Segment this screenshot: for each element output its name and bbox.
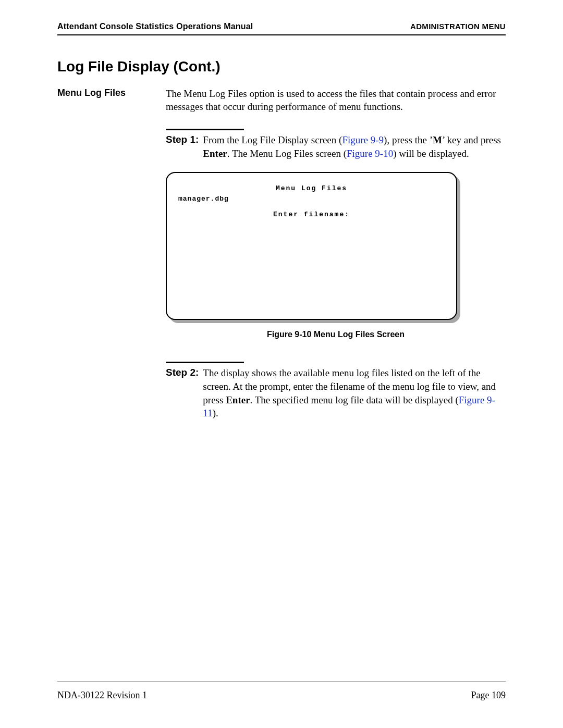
step-divider — [166, 362, 244, 363]
step-2-label: Step 2: — [166, 366, 199, 379]
step-2: Step 2: The display shows the available … — [166, 366, 506, 420]
document-page: Attendant Console Statistics Operations … — [0, 0, 563, 728]
header-right: ADMINISTRATION MENU — [410, 22, 506, 31]
page-footer: NDA-30122 Revision 1 Page 109 — [57, 690, 506, 701]
running-header: Attendant Console Statistics Operations … — [57, 22, 506, 35]
step-divider — [166, 129, 244, 130]
step-2-text: The display shows the available menu log… — [203, 366, 506, 420]
terminal-screen: Menu Log Files manager.dbg Enter filenam… — [166, 172, 457, 320]
terminal-prompt: Enter filename: — [167, 211, 456, 219]
body-column: The Menu Log Files option is used to acc… — [166, 88, 506, 420]
terminal-title: Menu Log Files — [167, 184, 456, 193]
intro-paragraph: The Menu Log Files option is used to acc… — [166, 88, 506, 113]
content-area: Menu Log Files The Menu Log Files option… — [57, 88, 506, 420]
key-enter: Enter — [226, 394, 250, 405]
terminal-listed-file: manager.dbg — [178, 195, 229, 204]
text-segment: ) will be displayed. — [393, 148, 469, 159]
text-segment: ), press the ’ — [384, 134, 433, 145]
text-segment: From the Log File Display screen ( — [203, 134, 342, 145]
step-1-text: From the Log File Display screen (Figure… — [203, 133, 506, 160]
figure-caption: Figure 9-10 Menu Log Files Screen — [166, 329, 506, 340]
text-segment: ). — [213, 408, 218, 418]
text-segment: . The specified menu log file data will … — [250, 394, 459, 405]
key-m: M — [433, 134, 442, 145]
figure-ref-9-10[interactable]: Figure 9-10 — [347, 148, 393, 159]
page-number: Page 109 — [471, 690, 506, 701]
step-1: Step 1: From the Log File Display screen… — [166, 133, 506, 160]
content-row: Menu Log Files The Menu Log Files option… — [57, 88, 506, 420]
text-segment: . The Menu Log Files screen ( — [227, 148, 347, 159]
step-1-label: Step 1: — [166, 133, 199, 146]
header-left: Attendant Console Statistics Operations … — [57, 22, 253, 31]
text-segment: ’ key and press — [442, 134, 501, 145]
side-heading: Menu Log Files — [57, 88, 151, 98]
figure-9-10: Menu Log Files manager.dbg Enter filenam… — [166, 172, 506, 340]
key-enter: Enter — [203, 148, 227, 159]
doc-id: NDA-30122 Revision 1 — [57, 690, 147, 701]
section-title: Log File Display (Cont.) — [57, 58, 221, 75]
step-1-block: Step 1: From the Log File Display screen… — [166, 129, 506, 340]
figure-ref-9-9[interactable]: Figure 9-9 — [342, 134, 384, 145]
step-2-block: Step 2: The display shows the available … — [166, 362, 506, 420]
footer-rule — [57, 682, 506, 682]
